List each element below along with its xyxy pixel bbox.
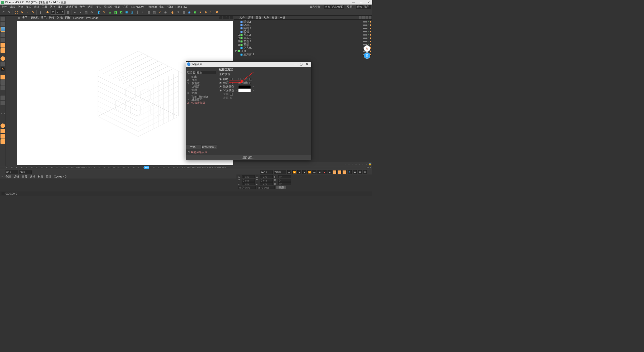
tag-icon[interactable]: ◆	[370, 30, 371, 33]
coord-x-input[interactable]: 0 cm	[242, 175, 255, 178]
vmenu-camera[interactable]: 摄像机	[30, 16, 38, 20]
omenu-tags[interactable]: 标签	[272, 16, 277, 19]
move-tool-icon[interactable]: ✥	[19, 10, 24, 15]
ltool-b1-icon[interactable]	[1, 123, 5, 128]
ltool-m2-icon[interactable]	[1, 80, 5, 85]
coord-b-input[interactable]: 0°	[278, 182, 291, 185]
plugin7-icon[interactable]: ⊕	[203, 10, 208, 15]
ltool-s1-icon[interactable]	[1, 56, 5, 61]
ltool-grid-icon[interactable]: ⋮⋮	[1, 110, 5, 114]
coord-ys-input[interactable]: 0 cm	[260, 179, 273, 182]
camera-icon[interactable]: ◉	[163, 10, 168, 15]
render-setting-item[interactable]: 选项	[186, 88, 217, 92]
play-fwd-icon[interactable]: ▶	[302, 170, 306, 174]
axis-x[interactable]: X	[51, 10, 55, 15]
expand-icon[interactable]: ⊞	[237, 33, 240, 36]
enabled-icon[interactable]: ✓	[367, 40, 369, 43]
vmenu-view[interactable]: 查看	[22, 16, 28, 20]
close-button[interactable]: ✕	[365, 0, 372, 5]
vis-editor-icon[interactable]	[363, 31, 365, 32]
ltool-snap1-icon[interactable]	[1, 96, 5, 100]
layout-dropdown[interactable]: 启动 (用户)	[356, 5, 371, 9]
render-setting-item[interactable]: ☐多通道	[186, 82, 217, 85]
vis-render-icon[interactable]	[365, 24, 367, 26]
tag-icon[interactable]: ◆	[370, 27, 371, 29]
plus-icon[interactable]: ✚	[45, 10, 50, 15]
object-row[interactable]: 立方体.1✓◆	[235, 53, 371, 56]
quantize-checkbox[interactable]	[230, 93, 233, 96]
dialog-titlebar[interactable]: 渲染设置 — ▢ ✕	[186, 62, 311, 67]
color-radio[interactable]	[219, 78, 222, 80]
view-nav1-icon[interactable]	[219, 16, 222, 19]
select-tool-icon[interactable]: ◯	[14, 10, 19, 15]
vis-render-icon[interactable]	[365, 34, 367, 36]
ltool-polygons-icon[interactable]	[1, 48, 5, 53]
edgecolor-radio[interactable]	[219, 85, 222, 88]
outline-radio[interactable]	[219, 82, 222, 84]
frame-end-input[interactable]	[274, 170, 286, 174]
mat-burger-icon[interactable]: ≡	[2, 175, 3, 178]
view-burger-icon[interactable]: ≡	[18, 16, 20, 19]
redo-icon[interactable]: ↷	[7, 10, 12, 15]
vmenu-prorender[interactable]: ProRender	[86, 16, 99, 19]
menu-character[interactable]: 角色	[79, 5, 85, 9]
light-icon[interactable]: ☀	[157, 10, 162, 15]
vis-editor-icon[interactable]	[363, 24, 365, 26]
view-nav2-icon[interactable]	[223, 16, 226, 19]
floor-icon[interactable]: ▤	[152, 10, 157, 15]
omenu-edit[interactable]: 编辑	[248, 16, 253, 19]
effects-button[interactable]: 效果...	[186, 145, 202, 149]
renderer-dropdown[interactable]: 标准	[196, 71, 216, 74]
vis-editor-icon[interactable]	[363, 21, 365, 23]
enabled-icon[interactable]: ✓	[367, 30, 369, 33]
obj-search-icon[interactable]	[359, 16, 361, 19]
coord-dd2[interactable]: 随放比例	[257, 186, 275, 189]
ltool-texture-icon[interactable]	[1, 32, 5, 37]
stop-icon[interactable]: ◼	[317, 170, 321, 174]
plugin1-icon[interactable]: ◐	[170, 10, 175, 15]
menu-realflow[interactable]: RealFlow	[175, 5, 187, 8]
menu-mode[interactable]: 模式	[26, 5, 31, 9]
record-icon[interactable]: ●	[323, 170, 327, 174]
menu-extensions[interactable]: 扩展	[123, 5, 128, 9]
render-settings-icon[interactable]: ▤	[84, 10, 89, 15]
minimize-button[interactable]: —	[350, 0, 357, 5]
keyopt1-icon[interactable]: ⊕	[333, 170, 337, 174]
ltool-b2-icon[interactable]	[1, 129, 5, 133]
coord-y-input[interactable]: 0 cm	[242, 179, 255, 182]
enabled-icon[interactable]: ✓	[367, 27, 369, 30]
menu-mesh[interactable]: 网格	[50, 5, 55, 9]
coord-p-input[interactable]: 0°	[278, 179, 291, 182]
tag-icon[interactable]: ◆	[370, 40, 371, 42]
obj-layer-icon[interactable]	[369, 16, 371, 19]
render-settings-button[interactable]: 渲染设置...	[240, 155, 257, 160]
maximize-button[interactable]: ▭	[357, 0, 365, 5]
nav-home-icon[interactable]: ⌂	[354, 163, 357, 165]
vis-render-icon[interactable]	[365, 41, 367, 42]
dialog-close-icon[interactable]: ✕	[305, 62, 309, 66]
nav-up-icon[interactable]: ↑	[351, 163, 354, 165]
menu-volume[interactable]: 体积	[58, 5, 63, 9]
picture-viewer-icon[interactable]: ⚙	[89, 10, 94, 15]
frame-start-input[interactable]	[6, 170, 18, 174]
keyopt4-icon[interactable]: P	[348, 170, 352, 174]
grid-icon[interactable]: ▦	[146, 10, 151, 15]
menu-insydium[interactable]: INSYDIUM	[131, 5, 144, 8]
menu-file[interactable]: 文件	[2, 5, 7, 9]
float-ime-icon[interactable]: 英	[364, 52, 370, 59]
bgcolor-radio[interactable]	[219, 89, 222, 92]
mmenu-create[interactable]: 创建	[6, 175, 11, 179]
nav-lock-icon[interactable]: 🔒	[369, 163, 371, 165]
my-render-settings[interactable]: ⊟ 我的渲染设置	[186, 149, 217, 155]
scale-tool-icon[interactable]: ▫	[25, 10, 30, 15]
obj-filter-icon[interactable]	[362, 16, 365, 19]
menu-create[interactable]: 创建	[18, 5, 23, 9]
coord-xs-input[interactable]: 0 cm	[260, 175, 273, 178]
vis-editor-icon[interactable]	[363, 28, 365, 29]
vmenu-options[interactable]: 选项	[49, 16, 55, 20]
menu-edit[interactable]: 编辑	[10, 5, 15, 9]
vis-editor-icon[interactable]	[363, 41, 365, 42]
vis-render-icon[interactable]	[365, 37, 367, 39]
rotate-tool-icon[interactable]: ⟳	[30, 10, 35, 15]
nav-b1-icon[interactable]: ▫	[358, 163, 361, 165]
